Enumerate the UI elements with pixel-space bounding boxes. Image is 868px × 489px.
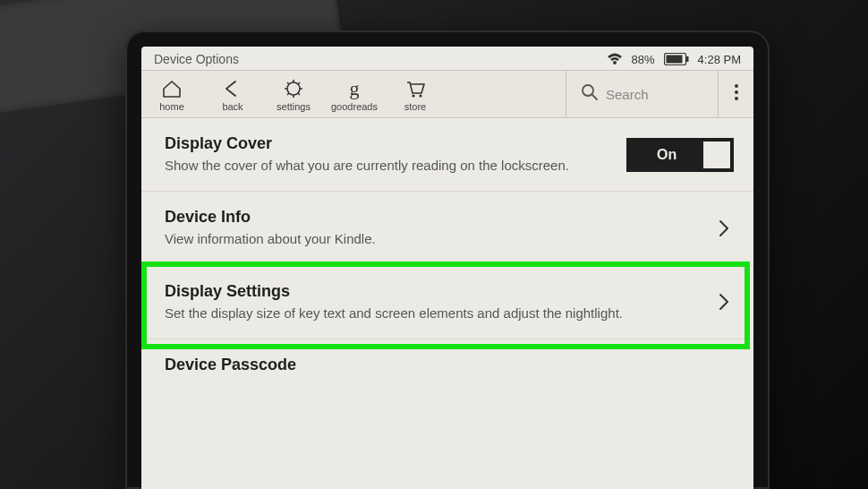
- settings-icon: [263, 78, 324, 99]
- kindle-device-frame: Device Options 88% 4:28 PM home: [125, 30, 770, 489]
- store-button[interactable]: store: [385, 71, 446, 117]
- search-input[interactable]: Search: [566, 71, 718, 117]
- goodreads-icon: g: [324, 78, 385, 99]
- row-desc: Set the display size of key text and scr…: [165, 305, 703, 322]
- row-display-cover[interactable]: Display Cover Show the cover of what you…: [141, 118, 753, 192]
- toolbar: home back settings g goodreads: [141, 70, 753, 118]
- back-button[interactable]: back: [202, 71, 263, 117]
- kebab-icon: [734, 83, 739, 105]
- row-display-settings[interactable]: Display Settings Set the display size of…: [141, 266, 753, 339]
- row-title: Display Settings: [165, 282, 703, 301]
- svg-rect-1: [666, 56, 682, 64]
- settings-label: settings: [263, 101, 324, 112]
- goodreads-label: goodreads: [324, 101, 385, 112]
- status-right: 88% 4:28 PM: [607, 53, 741, 66]
- row-desc: Show the cover of what you are currently…: [165, 157, 616, 175]
- row-device-info[interactable]: Device Info View information about your …: [141, 192, 753, 265]
- display-cover-toggle[interactable]: On: [626, 138, 734, 172]
- toggle-knob: [703, 142, 730, 168]
- svg-point-4: [412, 94, 414, 97]
- svg-point-7: [735, 84, 738, 88]
- goodreads-button[interactable]: g goodreads: [324, 71, 385, 117]
- home-icon: [141, 78, 202, 99]
- row-device-passcode[interactable]: Device Passcode: [141, 339, 753, 405]
- search-placeholder: Search: [606, 87, 649, 102]
- row-title: Device Passcode: [165, 356, 723, 374]
- row-title: Display Cover: [165, 134, 616, 153]
- svg-point-9: [735, 97, 738, 100]
- toggle-label: On: [657, 147, 677, 163]
- store-icon: [385, 78, 446, 99]
- svg-point-8: [735, 90, 738, 94]
- row-title: Device Info: [165, 208, 703, 227]
- svg-point-5: [419, 94, 421, 97]
- kindle-screen: Device Options 88% 4:28 PM home: [141, 47, 753, 489]
- back-icon: [202, 78, 263, 99]
- chevron-right-icon: [714, 219, 734, 237]
- home-button[interactable]: home: [141, 71, 202, 117]
- store-label: store: [385, 101, 446, 112]
- svg-point-6: [583, 85, 593, 96]
- home-label: home: [141, 101, 202, 112]
- settings-list: Display Cover Show the cover of what you…: [141, 118, 753, 405]
- back-label: back: [202, 101, 263, 112]
- battery-percent: 88%: [632, 53, 655, 66]
- page-title: Device Options: [154, 52, 607, 66]
- settings-button[interactable]: settings: [263, 71, 324, 117]
- clock: 4:28 PM: [698, 53, 741, 66]
- battery-icon: [664, 53, 689, 65]
- row-desc: View information about your Kindle.: [165, 230, 703, 248]
- svg-point-3: [287, 82, 300, 95]
- status-bar: Device Options 88% 4:28 PM: [141, 47, 753, 70]
- wifi-icon: [607, 53, 623, 65]
- chevron-right-icon: [714, 293, 734, 311]
- svg-rect-2: [686, 56, 689, 62]
- overflow-menu-button[interactable]: [718, 71, 753, 117]
- search-icon: [581, 83, 599, 105]
